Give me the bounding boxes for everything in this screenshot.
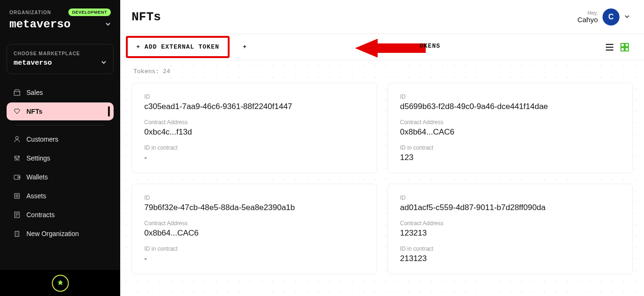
- sidebar-item-label: Assets: [26, 192, 46, 200]
- token-address-value: 0x8b64...CAC6: [144, 228, 364, 238]
- svg-point-3: [17, 159, 18, 160]
- svg-point-4: [18, 156, 20, 158]
- diamond-icon: [13, 108, 21, 115]
- sidebar-item-assets[interactable]: Assets: [7, 187, 114, 205]
- marketplace-name: metaverso: [14, 59, 52, 67]
- token-address-value: 123213: [400, 228, 620, 238]
- sidebar-item-settings[interactable]: Settings: [7, 149, 114, 167]
- obscured-action-suffix: OKENS: [420, 42, 440, 50]
- building-icon: [13, 230, 21, 237]
- svg-marker-10: [355, 39, 426, 58]
- token-id-value: 79b6f32e-47cb-48e5-88da-5ea8e2390a1b: [144, 203, 364, 212]
- field-label-contract-id: ID in contract: [400, 144, 620, 151]
- svg-rect-6: [18, 177, 20, 178]
- sidebar-org-block: ORGANIZATION DEVELOPMENT metaverso: [0, 0, 120, 35]
- field-label-address: Contract Address: [144, 220, 364, 227]
- svg-rect-14: [625, 48, 628, 51]
- env-badge: DEVELOPMENT: [68, 8, 111, 16]
- brand-logo-icon: [52, 275, 69, 292]
- svg-rect-5: [14, 175, 20, 179]
- sidebar-item-label: Customers: [26, 135, 58, 143]
- token-card[interactable]: ID ad01acf5-c559-4d87-9011-b7d28ff090da …: [388, 184, 633, 274]
- svg-point-2: [15, 157, 16, 158]
- contract-icon: [13, 211, 21, 219]
- field-label-id: ID: [400, 195, 620, 201]
- token-address-value: 0x8b64...CAC6: [400, 127, 620, 137]
- add-external-token-button[interactable]: + ADD EXTERNAL TOKEN: [128, 38, 228, 56]
- store-icon: [13, 89, 21, 96]
- sidebar-item-label: Sales: [26, 89, 43, 96]
- sidebar-item-nfts[interactable]: NFTs: [7, 102, 114, 120]
- token-card[interactable]: ID 79b6f32e-47cb-48e5-88da-5ea8e2390a1b …: [132, 184, 377, 274]
- secondary-action-plus[interactable]: +: [240, 38, 256, 56]
- marketplace-switcher[interactable]: CHOOSE MARKETPLACE metaverso: [7, 44, 114, 74]
- org-name: metaverso: [9, 18, 71, 31]
- token-contract-id-value: 123: [400, 153, 620, 162]
- token-card[interactable]: ID d5699b63-f2d8-49c0-9a46-dce441f14dae …: [388, 83, 633, 173]
- sidebar-footer: [0, 270, 120, 296]
- token-id-value: d5699b63-f2d8-49c0-9a46-dce441f14dae: [400, 102, 620, 111]
- field-label-id: ID: [400, 93, 620, 100]
- grid-view-icon[interactable]: [619, 42, 630, 52]
- svg-rect-0: [14, 92, 20, 95]
- user-menu[interactable]: Hey, Cahyo C: [578, 8, 630, 25]
- token-address-value: 0xbc4c...f13d: [144, 127, 364, 137]
- token-count: Tokens: 24: [133, 68, 633, 75]
- annotation-highlight-box: + ADD EXTERNAL TOKEN: [126, 36, 230, 58]
- avatar: C: [603, 8, 619, 25]
- field-label-id: ID: [144, 93, 364, 100]
- marketplace-label: CHOOSE MARKETPLACE: [14, 51, 107, 56]
- sidebar-item-label: Contracts: [26, 211, 55, 219]
- sidebar-item-customers[interactable]: Customers: [7, 130, 114, 148]
- token-card[interactable]: ID c305ead1-7aa9-46c6-9361-88f2240f1447 …: [132, 83, 377, 173]
- view-toggle: [604, 42, 630, 52]
- sidebar-item-label: New Organization: [26, 230, 79, 237]
- token-id-value: c305ead1-7aa9-46c6-9361-88f2240f1447: [144, 102, 364, 111]
- annotation-arrow-icon: [355, 38, 426, 59]
- page-title: NFTs: [132, 10, 161, 24]
- svg-rect-7: [15, 194, 19, 198]
- topbar: NFTs Hey, Cahyo C: [120, 0, 644, 34]
- person-icon: [13, 135, 21, 143]
- token-contract-id-value: -: [144, 254, 364, 263]
- field-label-address: Contract Address: [144, 119, 364, 126]
- token-id-value: ad01acf5-c559-4d87-9011-b7d28ff090da: [400, 203, 620, 212]
- token-contract-id-value: -: [144, 153, 364, 162]
- field-label-contract-id: ID in contract: [400, 245, 620, 252]
- sidebar-item-new-org[interactable]: New Organization: [7, 225, 114, 243]
- sidebar-item-label: Settings: [26, 154, 50, 162]
- sidebar-nav: Sales NFTs Customers Settings Wallets: [0, 79, 120, 248]
- user-name: Cahyo: [578, 16, 598, 24]
- list-view-icon[interactable]: [604, 42, 615, 52]
- sidebar-item-label: NFTs: [26, 108, 42, 115]
- token-contract-id-value: 213123: [400, 254, 620, 263]
- chevron-down-icon: [105, 21, 111, 28]
- content-area: Tokens: 24 ID c305ead1-7aa9-46c6-9361-88…: [120, 60, 644, 296]
- chevron-down-icon: [624, 13, 630, 21]
- svg-rect-12: [625, 43, 628, 47]
- greeting-label: Hey,: [578, 10, 598, 16]
- chevron-down-icon: [101, 59, 107, 67]
- token-grid: ID c305ead1-7aa9-46c6-9361-88f2240f1447 …: [132, 83, 633, 274]
- sidebar-item-contracts[interactable]: Contracts: [7, 206, 114, 224]
- field-label-address: Contract Address: [400, 119, 620, 126]
- sidebar-item-wallets[interactable]: Wallets: [7, 168, 114, 186]
- wallet-icon: [13, 173, 21, 181]
- svg-point-1: [16, 136, 18, 139]
- svg-rect-11: [621, 43, 624, 47]
- layers-icon: [13, 192, 21, 200]
- sidebar-item-label: Wallets: [26, 173, 48, 181]
- svg-rect-13: [621, 48, 624, 51]
- org-switcher[interactable]: metaverso: [9, 18, 111, 31]
- field-label-id: ID: [144, 195, 364, 201]
- field-label-contract-id: ID in contract: [144, 144, 364, 151]
- main: NFTs Hey, Cahyo C + ADD EXTERNAL TOKEN +…: [120, 0, 644, 296]
- sidebar: ORGANIZATION DEVELOPMENT metaverso CHOOS…: [0, 0, 120, 296]
- sliders-icon: [13, 154, 21, 162]
- action-bar: + ADD EXTERNAL TOKEN + OKENS: [120, 34, 644, 60]
- field-label-address: Contract Address: [400, 220, 620, 227]
- sidebar-separator: [16, 125, 104, 126]
- org-label: ORGANIZATION: [9, 10, 51, 15]
- svg-rect-9: [15, 231, 19, 237]
- sidebar-item-sales[interactable]: Sales: [7, 84, 114, 101]
